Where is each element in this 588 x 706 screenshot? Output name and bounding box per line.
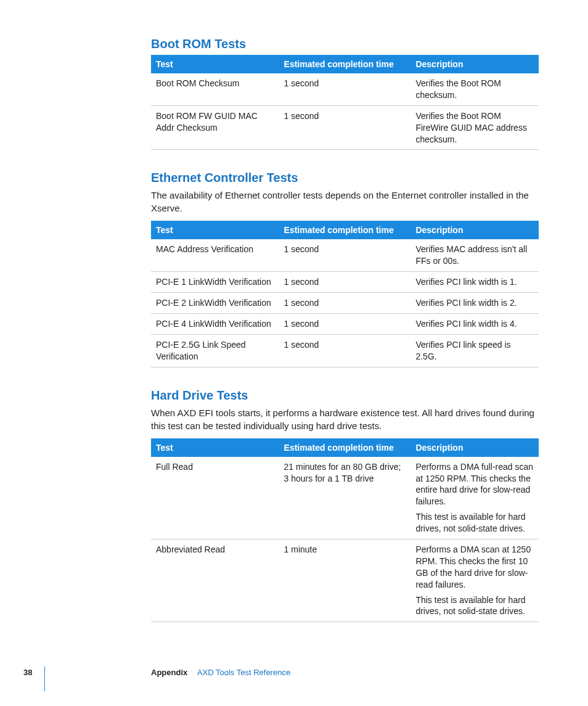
cell-test: Boot ROM Checksum: [151, 73, 279, 105]
cell-description: Verifies PCI link width is 1.: [410, 272, 539, 293]
table-row: Boot ROM Checksum1 secondVerifies the Bo…: [151, 73, 539, 105]
description-paragraph: Verifies MAC address isn't all FFs or 00…: [415, 244, 534, 267]
cell-test: Abbreviated Read: [151, 540, 279, 622]
column-header: Description: [410, 438, 539, 457]
cell-description: Verifies the Boot ROM FireWire GUID MAC …: [410, 105, 539, 150]
table-row: Full Read21 minutes for an 80 GB drive; …: [151, 457, 539, 540]
cell-time: 1 second: [279, 73, 411, 105]
description-paragraph: Performs a DMA full-read scan at 1250 RP…: [415, 461, 534, 508]
description-paragraph: Verifies the Boot ROM FireWire GUID MAC …: [415, 110, 534, 146]
section: Boot ROM TestsTestEstimated completion t…: [151, 37, 539, 150]
cell-time: 1 second: [279, 239, 411, 271]
cell-time: 21 minutes for an 80 GB drive; 3 hours f…: [279, 457, 411, 540]
section-title: Ethernet Controller Tests: [151, 171, 539, 185]
column-header: Description: [410, 55, 539, 73]
table-row: PCI-E 4 LinkWidth Verification1 secondVe…: [151, 314, 539, 335]
column-header: Test: [151, 221, 279, 239]
table-row: PCI-E 2 LinkWidth Verification1 secondVe…: [151, 293, 539, 314]
table-row: PCI-E 2.5G Link Speed Verification1 seco…: [151, 334, 539, 367]
footer-reference: AXD Tools Test Reference: [197, 668, 290, 677]
column-header: Description: [410, 221, 539, 239]
description-paragraph: Performs a DMA scan at 1250 RPM. This ch…: [415, 544, 534, 591]
description-paragraph: This test is available for hard drives, …: [415, 594, 534, 618]
cell-description: Performs a DMA full-read scan at 1250 RP…: [410, 457, 539, 540]
cell-description: Verifies MAC address isn't all FFs or 00…: [410, 239, 539, 271]
footer-rule: [44, 667, 45, 691]
table-row: MAC Address Verification1 secondVerifies…: [151, 239, 539, 271]
cell-time: 1 second: [279, 334, 411, 367]
cell-test: MAC Address Verification: [151, 239, 279, 271]
footer-appendix-label: Appendix: [151, 668, 187, 677]
description-paragraph: This test is available for hard drives, …: [415, 511, 534, 535]
section: Ethernet Controller TestsThe availabilit…: [151, 171, 539, 367]
cell-time: 1 second: [279, 272, 411, 293]
cell-time: 1 second: [279, 293, 411, 314]
description-paragraph: Verifies the Boot ROM checksum.: [415, 78, 534, 101]
description-paragraph: Verifies PCI link width is 1.: [415, 276, 534, 288]
footer-text: Appendix AXD Tools Test Reference: [151, 668, 290, 677]
footer-page-number: 38: [23, 668, 32, 677]
section-title: Boot ROM Tests: [151, 37, 539, 51]
section-title: Hard Drive Tests: [151, 388, 539, 403]
tests-table: TestEstimated completion timeDescription…: [151, 55, 539, 150]
cell-test: Boot ROM FW GUID MAC Addr Checksum: [151, 105, 279, 150]
tests-table: TestEstimated completion timeDescription…: [151, 438, 539, 623]
cell-description: Verifies PCI link speed is 2.5G.: [410, 334, 539, 367]
column-header: Test: [151, 438, 279, 457]
table-row: Boot ROM FW GUID MAC Addr Checksum1 seco…: [151, 105, 539, 150]
cell-description: Performs a DMA scan at 1250 RPM. This ch…: [410, 540, 539, 622]
column-header: Estimated completion time: [279, 438, 411, 457]
section-intro: The availability of Ethernet controller …: [151, 189, 539, 215]
tests-table: TestEstimated completion timeDescription…: [151, 221, 539, 367]
section: Hard Drive TestsWhen AXD EFI tools start…: [151, 388, 539, 623]
page-footer: 38 Appendix AXD Tools Test Reference: [0, 668, 588, 681]
cell-test: PCI-E 2.5G Link Speed Verification: [151, 334, 279, 367]
cell-description: Verifies the Boot ROM checksum.: [410, 73, 539, 105]
cell-description: Verifies PCI link width is 2.: [410, 293, 539, 314]
cell-test: PCI-E 4 LinkWidth Verification: [151, 314, 279, 335]
cell-description: Verifies PCI link width is 4.: [410, 314, 539, 335]
description-paragraph: Verifies PCI link width is 2.: [415, 297, 534, 309]
cell-test: PCI-E 2 LinkWidth Verification: [151, 293, 279, 314]
column-header: Test: [151, 55, 279, 73]
cell-test: Full Read: [151, 457, 279, 540]
description-paragraph: Verifies PCI link speed is 2.5G.: [415, 339, 534, 363]
description-paragraph: Verifies PCI link width is 4.: [415, 318, 534, 330]
section-intro: When AXD EFI tools starts, it performs a…: [151, 406, 539, 432]
table-row: PCI-E 1 LinkWidth Verification1 secondVe…: [151, 272, 539, 293]
cell-test: PCI-E 1 LinkWidth Verification: [151, 272, 279, 293]
column-header: Estimated completion time: [279, 221, 411, 239]
cell-time: 1 second: [279, 105, 411, 150]
page-content: Boot ROM TestsTestEstimated completion t…: [0, 0, 588, 622]
cell-time: 1 minute: [279, 540, 411, 622]
column-header: Estimated completion time: [279, 55, 411, 73]
table-row: Abbreviated Read1 minutePerforms a DMA s…: [151, 540, 539, 622]
cell-time: 1 second: [279, 314, 411, 335]
